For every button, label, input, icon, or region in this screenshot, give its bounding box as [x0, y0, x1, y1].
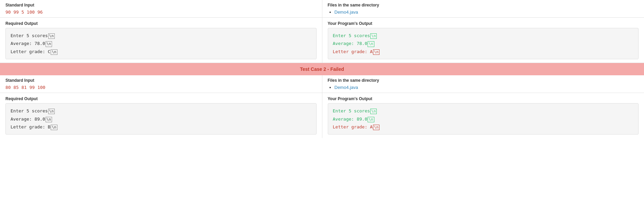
test-case-1-outputs-row: Required Output Enter 5 scores\n Average…	[0, 18, 644, 63]
standard-input-label-2: Standard Input	[5, 78, 317, 83]
output-line: Letter grade: C\n	[11, 48, 311, 56]
standard-input-label: Standard Input	[5, 3, 317, 7]
your-output-label-2: Your Program's Output	[328, 96, 639, 101]
newline-marker: \n	[370, 33, 377, 39]
files-label: Files in the same directory	[328, 3, 639, 7]
test-case-2-inputs-row: Standard Input 80 85 81 99 100 Files in …	[0, 75, 644, 93]
output-line: Letter grade: A\n	[333, 48, 634, 56]
output-text: Enter 5 scores	[11, 108, 48, 113]
test-case-2-banner: Test Case 2 - Failed	[0, 63, 644, 75]
required-output-label: Required Output	[5, 21, 317, 26]
newline-marker: \n	[46, 117, 52, 122]
newline-marker: \n	[46, 41, 52, 47]
output-line: Enter 5 scores\n	[333, 107, 634, 115]
required-output-box-2: Enter 5 scores\n Average: 89.0\n Letter …	[5, 103, 317, 135]
output-line: Average: 89.0\n	[333, 115, 634, 123]
test-case-2-your-output-col: Your Program's Output Enter 5 scores\n A…	[322, 93, 644, 138]
test-case-2-standard-input-section: Standard Input 80 85 81 99 100	[0, 75, 322, 93]
output-text: Average: 89.0	[11, 116, 45, 122]
your-output-box: Enter 5 scores\n Average: 78.0\n Letter …	[328, 28, 639, 59]
test-case-1-standard-input-section: Standard Input 90 99 5 100 96	[0, 0, 322, 17]
test-case-2-required-output-col: Required Output Enter 5 scores\n Average…	[0, 93, 322, 138]
test-case-1-required-output-col: Required Output Enter 5 scores\n Average…	[0, 18, 322, 63]
output-line: Enter 5 scores\n	[11, 107, 311, 115]
newline-marker: \n	[370, 109, 377, 114]
output-text: Letter grade: A	[333, 124, 373, 129]
output-line: Letter grade: A\n	[333, 123, 634, 131]
output-text: Average: 78.0	[333, 41, 368, 46]
file-link[interactable]: Demo4.java	[335, 10, 358, 15]
test-case-2-files-section: Files in the same directory Demo4.java	[322, 75, 644, 93]
newline-marker: \n	[368, 117, 374, 122]
output-line: Enter 5 scores\n	[11, 32, 311, 40]
output-line: Average: 78.0\n	[333, 40, 634, 47]
output-line: Letter grade: B\n	[11, 123, 311, 131]
output-text: Letter grade: B	[11, 124, 50, 129]
output-line: Average: 89.0\n	[11, 115, 311, 123]
output-text: Enter 5 scores	[333, 33, 370, 38]
file-list: Demo4.java	[328, 10, 639, 15]
test-case-2-outputs-row: Required Output Enter 5 scores\n Average…	[0, 93, 644, 138]
output-text: Average: 89.0	[333, 116, 368, 122]
file-link-2[interactable]: Demo4.java	[335, 85, 358, 90]
newline-marker: \n	[51, 125, 57, 130]
test-case-1-files-section: Files in the same directory Demo4.java	[322, 0, 644, 17]
newline-marker: \n	[48, 33, 55, 39]
newline-marker: \n	[48, 109, 55, 114]
newline-marker: \n	[51, 49, 57, 55]
file-list-2: Demo4.java	[328, 85, 639, 90]
output-text: Letter grade: C	[11, 49, 50, 54]
standard-input-value: 90 99 5 100 96	[5, 10, 317, 15]
newline-marker: \n	[373, 49, 379, 55]
required-output-label-2: Required Output	[5, 96, 317, 101]
list-item: Demo4.java	[335, 85, 639, 90]
test-case-1-your-output-col: Your Program's Output Enter 5 scores\n A…	[322, 18, 644, 63]
newline-marker: \n	[373, 125, 379, 130]
output-line: Average: 78.0\n	[11, 40, 311, 47]
required-output-box: Enter 5 scores\n Average: 78.0\n Letter …	[5, 28, 317, 59]
your-output-box-2: Enter 5 scores\n Average: 89.0\n Letter …	[328, 103, 639, 135]
output-text: Enter 5 scores	[333, 108, 370, 113]
your-output-label: Your Program's Output	[328, 21, 639, 26]
output-line: Enter 5 scores\n	[333, 32, 634, 40]
output-text: Letter grade: A	[333, 49, 373, 54]
newline-marker: \n	[368, 41, 374, 47]
files-label-2: Files in the same directory	[328, 78, 639, 83]
standard-input-value-2: 80 85 81 99 100	[5, 85, 317, 90]
output-text: Average: 78.0	[11, 41, 45, 46]
list-item: Demo4.java	[335, 10, 639, 15]
test-case-1-inputs-row: Standard Input 90 99 5 100 96 Files in t…	[0, 0, 644, 18]
output-text: Enter 5 scores	[11, 33, 48, 38]
